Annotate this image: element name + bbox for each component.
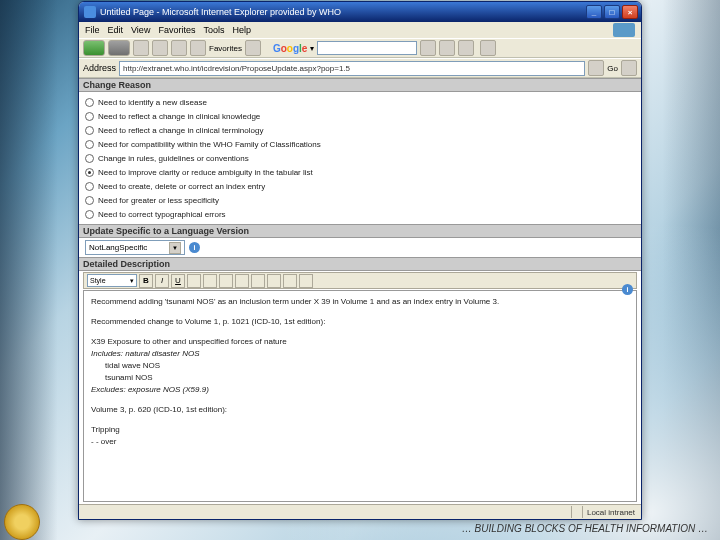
menubar: File Edit View Favorites Tools Help — [79, 22, 641, 38]
reason-option-3[interactable]: Need for compatibility within the WHO Fa… — [85, 137, 635, 151]
language-dropdown[interactable]: NotLangSpecific ▼ — [85, 240, 185, 255]
home-button[interactable] — [171, 40, 187, 56]
stop-button[interactable] — [133, 40, 149, 56]
editor-btn-1[interactable] — [187, 274, 201, 288]
reason-option-6[interactable]: Need to create, delete or correct an ind… — [85, 179, 635, 193]
change-reason-list: Need to identify a new disease Need to r… — [79, 92, 641, 224]
search-button[interactable] — [190, 40, 206, 56]
editor-btn-6[interactable] — [267, 274, 281, 288]
reason-option-4[interactable]: Change in rules, guidelines or conventio… — [85, 151, 635, 165]
editor-toolbar: Style▾ B I U — [83, 272, 637, 289]
italic-button[interactable]: I — [155, 274, 169, 288]
go-label: Go — [607, 64, 618, 73]
google-logo: Google — [273, 43, 307, 54]
menu-file[interactable]: File — [85, 25, 100, 35]
slide-footer: CLASSIFICATIONS … BUILDING BLOCKS OF HEA… — [0, 516, 720, 540]
google-opt2-button[interactable] — [458, 40, 474, 56]
editor-btn-4[interactable] — [235, 274, 249, 288]
reason-option-1[interactable]: Need to reflect a change in clinical kno… — [85, 109, 635, 123]
reason-option-8[interactable]: Need to correct typographical errors — [85, 207, 635, 221]
page-content: Change Reason Need to identify a new dis… — [79, 78, 641, 504]
favorites-button[interactable]: Favorites — [209, 44, 242, 53]
menu-view[interactable]: View — [131, 25, 150, 35]
editor-btn-2[interactable] — [203, 274, 217, 288]
editor-textarea[interactable]: Recommend adding 'tsunami NOS' as an inc… — [83, 290, 637, 502]
address-toolbar: Address http://extranet.who.int/icdrevis… — [79, 58, 641, 78]
reason-option-0[interactable]: Need to identify a new disease — [85, 95, 635, 109]
reason-option-2[interactable]: Need to reflect a change in clinical ter… — [85, 123, 635, 137]
back-button[interactable] — [83, 40, 105, 56]
chevron-down-icon: ▼ — [169, 242, 181, 254]
window-title: Untitled Page - Microsoft Internet Explo… — [100, 7, 584, 17]
links-button[interactable] — [621, 60, 637, 76]
menu-help[interactable]: Help — [232, 25, 251, 35]
refresh-button[interactable] — [152, 40, 168, 56]
style-select[interactable]: Style▾ — [87, 274, 137, 287]
who-logo-icon — [613, 23, 635, 37]
change-reason-header: Change Reason — [79, 78, 641, 92]
minimize-button[interactable]: _ — [586, 5, 602, 19]
info-icon[interactable]: i — [189, 242, 200, 253]
history-button[interactable] — [245, 40, 261, 56]
bold-button[interactable]: B — [139, 274, 153, 288]
address-input[interactable]: http://extranet.who.int/icdrevision/Prop… — [119, 61, 585, 76]
editor-btn-3[interactable] — [219, 274, 233, 288]
google-settings-button[interactable] — [480, 40, 496, 56]
footer-right-text: … BUILDING BLOCKS OF HEALTH INFORMATION … — [462, 523, 708, 534]
info-icon-right[interactable]: i — [622, 284, 633, 295]
language-version-header: Update Specific to a Language Version — [79, 224, 641, 238]
who-emblem-icon — [4, 504, 40, 540]
address-label: Address — [83, 63, 116, 73]
underline-button[interactable]: U — [171, 274, 185, 288]
google-search-input[interactable] — [317, 41, 417, 55]
editor-btn-8[interactable] — [299, 274, 313, 288]
menu-tools[interactable]: Tools — [203, 25, 224, 35]
ie-icon — [84, 6, 96, 18]
ie-window: Untitled Page - Microsoft Internet Explo… — [78, 1, 642, 520]
menu-edit[interactable]: Edit — [108, 25, 124, 35]
nav-toolbar: Favorites Google ▾ — [79, 38, 641, 58]
editor-btn-7[interactable] — [283, 274, 297, 288]
google-opt1-button[interactable] — [439, 40, 455, 56]
maximize-button[interactable]: □ — [604, 5, 620, 19]
reason-option-7[interactable]: Need for greater or less specificity — [85, 193, 635, 207]
go-button[interactable] — [588, 60, 604, 76]
menu-favorites[interactable]: Favorites — [158, 25, 195, 35]
close-button[interactable]: × — [622, 5, 638, 19]
titlebar[interactable]: Untitled Page - Microsoft Internet Explo… — [79, 2, 641, 22]
forward-button[interactable] — [108, 40, 130, 56]
editor-btn-5[interactable] — [251, 274, 265, 288]
detailed-description-header: Detailed Description — [79, 257, 641, 271]
reason-option-5[interactable]: Need to improve clarity or reduce ambigu… — [85, 165, 635, 179]
google-search-button[interactable] — [420, 40, 436, 56]
